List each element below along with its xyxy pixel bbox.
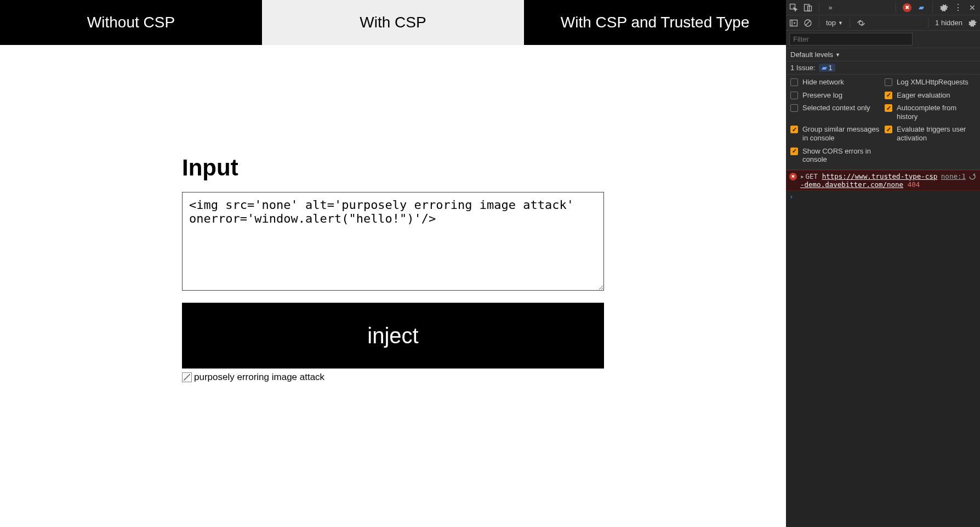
response-status: 404 <box>908 180 920 189</box>
setting-label: Hide network <box>802 78 844 87</box>
broken-image-icon <box>182 372 192 382</box>
expand-triangle-icon[interactable]: ▸ <box>800 172 805 180</box>
checkbox-icon <box>885 92 892 99</box>
checkbox-icon <box>885 126 892 133</box>
checkbox-icon <box>885 104 892 112</box>
console-error-entry[interactable]: ✖ ▸GET https://www.trusted-type-csp-demo… <box>786 170 980 191</box>
separator <box>896 2 896 13</box>
separator <box>819 18 819 28</box>
console-filter-input[interactable] <box>789 33 913 46</box>
svg-rect-1 <box>805 4 810 11</box>
setting-label: Eager evaluation <box>897 91 950 100</box>
console-settings-grid: Hide network Log XMLHttpRequests Preserv… <box>786 75 980 170</box>
hidden-messages-label[interactable]: 1 hidden <box>935 19 962 27</box>
setting-label: Show CORS errors in console <box>802 147 881 164</box>
log-levels-selector[interactable]: Default levels ▼ <box>786 48 980 61</box>
checkbox-icon <box>790 78 798 86</box>
replay-xhr-icon[interactable] <box>968 172 977 181</box>
separator <box>819 2 819 13</box>
setting-label: Preserve log <box>802 91 842 100</box>
setting-selected-context-only[interactable]: Selected context only <box>790 104 881 121</box>
checkbox-icon <box>790 104 798 112</box>
error-source-link[interactable]: none:1 <box>941 172 966 180</box>
setting-autocomplete-history[interactable]: Autocomplete from history <box>885 104 976 121</box>
setting-label: Evaluate triggers user activation <box>897 125 976 142</box>
kebab-menu-icon[interactable]: ⋮ <box>954 3 962 12</box>
live-expression-icon[interactable] <box>857 19 865 27</box>
console-sidebar-toggle-icon[interactable] <box>789 19 798 27</box>
payload-textarea[interactable] <box>182 192 604 291</box>
console-output: ✖ ▸GET https://www.trusted-type-csp-demo… <box>786 170 980 527</box>
separator <box>932 2 933 13</box>
close-devtools-icon[interactable]: ✕ <box>968 3 977 12</box>
setting-preserve-log[interactable]: Preserve log <box>790 91 881 100</box>
clear-console-icon[interactable] <box>804 19 812 27</box>
setting-label: Selected context only <box>802 104 870 112</box>
issues-badge-icon[interactable]: ▰ <box>917 3 926 12</box>
checkbox-icon <box>790 148 798 155</box>
chevron-down-icon: ▼ <box>835 52 840 58</box>
error-icon: ✖ <box>789 173 797 180</box>
main-content: Input inject purposely erroring image at… <box>0 45 786 527</box>
settings-gear-icon[interactable] <box>939 3 948 12</box>
devtools-panel: » ✖ ▰ ⋮ ✕ top ▼ 1 hidden <box>786 0 980 527</box>
issues-label: 1 Issue: <box>790 64 816 72</box>
setting-label: Log XMLHttpRequests <box>897 78 968 87</box>
tab-with-csp[interactable]: With CSP <box>262 0 524 45</box>
setting-show-cors-errors[interactable]: Show CORS errors in console <box>790 147 881 164</box>
log-levels-label: Default levels <box>790 50 833 59</box>
console-prompt[interactable]: › <box>786 191 980 202</box>
checkbox-icon <box>790 126 798 133</box>
issue-icon: ▰ <box>822 64 827 72</box>
checkbox-icon <box>885 78 892 86</box>
more-tabs-icon[interactable]: » <box>826 3 835 12</box>
broken-image-alt-text: purposely erroring image attack <box>194 372 324 383</box>
inspect-element-icon[interactable] <box>789 3 798 12</box>
svg-point-5 <box>859 21 863 24</box>
device-toolbar-icon[interactable] <box>804 3 812 12</box>
input-heading: Input <box>182 155 604 181</box>
request-method: GET <box>806 172 818 180</box>
setting-group-similar[interactable]: Group similar messages in console <box>790 125 881 142</box>
setting-log-xhr[interactable]: Log XMLHttpRequests <box>885 78 976 87</box>
error-count-badge[interactable]: ✖ <box>903 3 911 12</box>
setting-eager-evaluation[interactable]: Eager evaluation <box>885 91 976 100</box>
checkbox-icon <box>790 92 798 99</box>
inject-button[interactable]: inject <box>182 303 604 369</box>
issues-count-badge: ▰ 1 <box>819 64 835 72</box>
setting-hide-network[interactable]: Hide network <box>790 78 881 87</box>
devtools-topbar: » ✖ ▰ ⋮ ✕ <box>786 0 980 15</box>
issues-row[interactable]: 1 Issue: ▰ 1 <box>786 61 980 75</box>
separator <box>850 18 850 28</box>
console-settings-gear-icon[interactable] <box>968 19 977 27</box>
injected-broken-image: purposely erroring image attack <box>182 372 604 383</box>
console-toolbar: top ▼ 1 hidden <box>786 15 980 31</box>
execution-context-label: top <box>826 19 836 27</box>
tab-with-csp-trusted-type[interactable]: With CSP and Trusted Type <box>524 0 786 45</box>
console-filter-row <box>786 31 980 48</box>
setting-label: Autocomplete from history <box>897 104 976 121</box>
execution-context-selector[interactable]: top ▼ <box>826 19 843 27</box>
csp-tab-bar: Without CSP With CSP With CSP and Truste… <box>0 0 786 45</box>
tab-without-csp[interactable]: Without CSP <box>0 0 262 45</box>
issues-count: 1 <box>829 64 833 72</box>
setting-label: Group similar messages in console <box>802 125 881 142</box>
setting-evaluate-triggers-activation[interactable]: Evaluate triggers user activation <box>885 125 976 142</box>
chevron-down-icon: ▼ <box>838 20 843 26</box>
separator <box>928 18 928 28</box>
